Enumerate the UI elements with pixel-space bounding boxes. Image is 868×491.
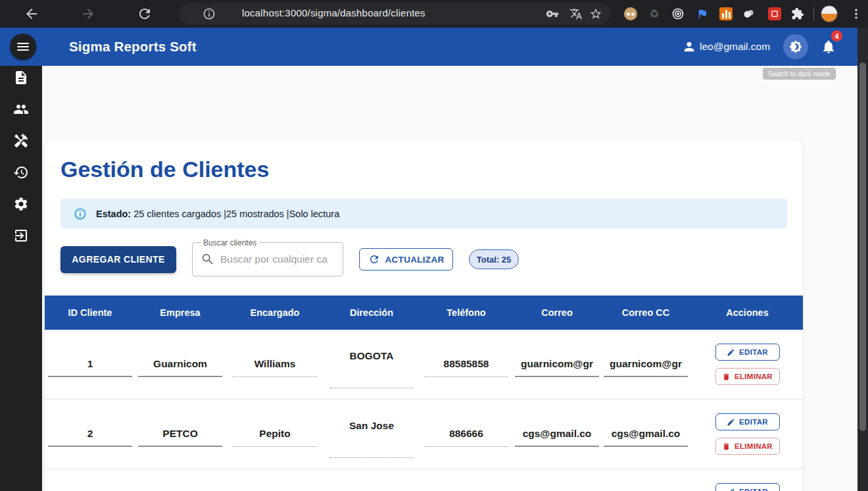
status-text: Estado: 25 clientes cargados |25 mostrad… — [96, 209, 339, 219]
search-input[interactable] — [220, 253, 332, 265]
user-email[interactable]: leo@gmail.com — [700, 28, 770, 66]
column-header-correo: Correo — [514, 296, 600, 330]
page-content: Switch to dark mode Gestión de Clientes … — [42, 66, 857, 491]
settings-gear-icon — [13, 196, 29, 212]
pencil-icon — [727, 348, 735, 357]
edit-button[interactable]: EDITAR — [715, 344, 780, 361]
sidebar-item-logout[interactable] — [0, 220, 42, 251]
status-label: Estado: — [96, 209, 131, 219]
table-body: 1 Guarnicom Williams BOGOTA 88585858 gua… — [45, 330, 803, 491]
hamburger-menu-button[interactable] — [10, 34, 36, 60]
table-row: 2 PETCO Pepito San Jose 886666 cgs@gmail… — [45, 400, 803, 469]
sidebar-item-history[interactable] — [0, 157, 42, 188]
delete-button-label: ELIMINAR — [735, 373, 773, 380]
search-field-label: Buscar clientes — [201, 238, 259, 247]
bookmark-star-icon[interactable] — [589, 7, 602, 20]
add-client-button[interactable]: AGREGAR CLIENTE — [60, 246, 176, 273]
tools-icon — [13, 133, 29, 149]
cell-direccion: San Jose — [329, 420, 414, 458]
site-info-icon[interactable] — [203, 7, 216, 20]
reload-icon[interactable] — [137, 6, 153, 22]
sidebar-item-reports[interactable] — [0, 62, 42, 93]
password-key-icon[interactable] — [546, 7, 559, 20]
extension-avatar-icon[interactable] — [623, 7, 638, 21]
toolbar-separator — [813, 7, 814, 20]
extension-target-icon[interactable] — [671, 7, 685, 21]
cell-id[interactable]: 2 — [48, 428, 132, 447]
status-detail: 25 clientes cargados |25 mostrados |Solo… — [131, 209, 339, 219]
controls-row: AGREGAR CLIENTE Buscar clientes ACTUALIZ… — [60, 242, 787, 276]
profile-avatar[interactable] — [821, 5, 838, 22]
url-text[interactable]: localhost:3000/sigma/dashboard/clientes — [242, 7, 425, 18]
extension-chart-icon[interactable] — [719, 7, 733, 21]
history-icon — [13, 165, 29, 180]
cell-correo-cc[interactable]: cgs@gmail.co — [604, 428, 688, 447]
cell-encargado: Williams — [233, 358, 317, 377]
edit-button-label: EDITAR — [739, 488, 768, 491]
column-header-correo-cc: Correo CC — [600, 296, 692, 330]
app-header: Sigma Reports Soft leo@gmail.com 4 — [0, 28, 857, 66]
refresh-button[interactable]: ACTUALIZAR — [359, 248, 453, 271]
app-title: Sigma Reports Soft — [69, 28, 197, 66]
cell-correo[interactable]: guarnicom@gr — [515, 358, 599, 377]
edit-button-label: EDITAR — [739, 348, 768, 356]
logout-icon — [13, 228, 29, 244]
person-icon — [682, 39, 696, 54]
total-chip: Total: 25 — [469, 249, 519, 269]
translate-icon[interactable] — [569, 7, 583, 20]
extension-flag-icon[interactable] — [695, 7, 710, 21]
menu-dots-icon[interactable] — [850, 7, 863, 20]
cell-encargado: Pepito — [233, 428, 317, 447]
column-header-direccion: Dirección — [325, 296, 418, 330]
notification-badge: 4 — [831, 30, 842, 41]
cell-correo-cc[interactable]: guarnicom@gr — [604, 358, 688, 377]
document-icon — [13, 70, 29, 86]
extension-cloud-icon[interactable] — [742, 7, 756, 21]
cell-correo[interactable]: cgs@gmail.co — [515, 428, 599, 447]
extensions-puzzle-icon[interactable] — [791, 7, 804, 20]
table-row: EDITAR ELIMINAR — [45, 469, 803, 491]
column-header-encargado: Encargado — [225, 296, 325, 330]
cell-telefono: 88585858 — [424, 358, 508, 377]
refresh-icon — [368, 253, 380, 265]
status-banner: Estado: 25 clientes cargados |25 mostrad… — [60, 199, 787, 228]
scrollbar-thumb[interactable] — [859, 63, 866, 431]
clients-card: Gestión de Clientes Estado: 25 clientes … — [45, 140, 803, 491]
search-icon — [201, 252, 215, 267]
delete-button[interactable]: ELIMINAR — [715, 438, 780, 455]
theme-toggle-button[interactable] — [783, 34, 808, 59]
edit-button[interactable]: EDITAR — [715, 483, 780, 491]
column-header-empresa: Empresa — [135, 296, 225, 330]
column-header-acciones: Acciones — [692, 296, 803, 330]
cell-direccion: BOGOTA — [329, 350, 414, 388]
refresh-button-label: ACTUALIZAR — [385, 255, 445, 265]
sidebar-item-clients[interactable] — [0, 93, 42, 125]
extension-recycle-icon[interactable]: ♻ — [647, 7, 662, 21]
trash-icon — [722, 373, 731, 381]
sidebar-nav — [0, 66, 42, 491]
delete-button[interactable]: ELIMINAR — [715, 368, 780, 385]
cell-empresa[interactable]: PETCO — [138, 428, 222, 447]
cell-empresa[interactable]: Guarnicom — [138, 358, 222, 377]
notifications-bell-icon[interactable] — [821, 39, 836, 55]
edit-button-label: EDITAR — [739, 418, 768, 426]
theme-tooltip: Switch to dark mode — [763, 68, 836, 80]
search-field[interactable]: Buscar clientes — [192, 242, 343, 276]
page-scrollbar — [857, 28, 868, 491]
cell-id[interactable]: 1 — [48, 358, 132, 377]
page-title: Gestión de Clientes — [60, 157, 803, 182]
pencil-icon — [727, 488, 735, 491]
extension-red-icon[interactable] — [767, 7, 782, 21]
column-header-id: ID Cliente — [45, 296, 135, 330]
table-row: 1 Guarnicom Williams BOGOTA 88585858 gua… — [45, 330, 803, 400]
trash-icon — [722, 442, 731, 451]
edit-button[interactable]: EDITAR — [715, 413, 780, 430]
back-arrow-icon[interactable] — [24, 6, 39, 22]
people-icon — [13, 101, 29, 117]
forward-arrow-icon — [80, 6, 96, 22]
column-header-telefono: Teléfono — [418, 296, 514, 330]
sidebar-item-settings[interactable] — [0, 188, 42, 220]
table-header: ID Cliente Empresa Encargado Dirección T… — [45, 296, 803, 330]
sidebar-item-tools[interactable] — [0, 125, 42, 157]
cell-telefono: 886666 — [424, 428, 508, 447]
